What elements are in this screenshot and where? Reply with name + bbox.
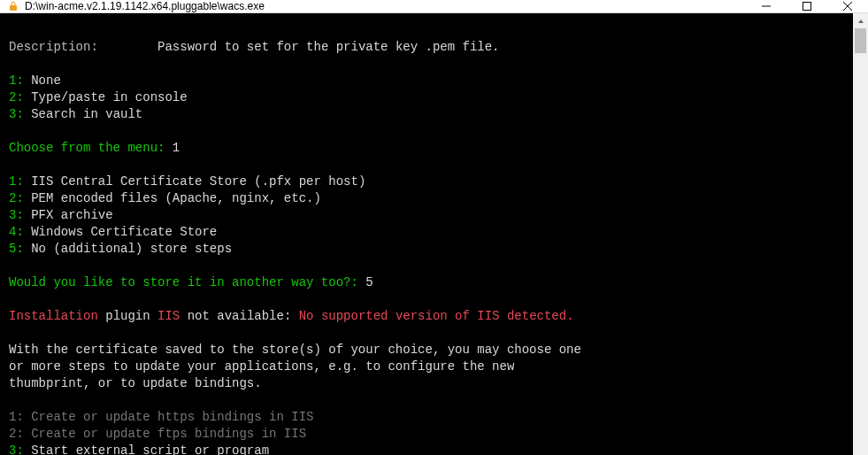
prompt-store-another: Would you like to store it in another wa… bbox=[9, 275, 358, 289]
info-paragraph-l1: With the certificate saved to the store(… bbox=[9, 343, 581, 357]
description-text: Password to set for the private key .pem… bbox=[157, 40, 499, 54]
menu1-item-1: None bbox=[31, 73, 61, 88]
prompt-choose-menu: Choose from the menu: bbox=[9, 141, 165, 155]
menu3-item-3: Start external script or program bbox=[31, 443, 269, 455]
menu3-item-2: Create or update ftps bindings in IIS bbox=[31, 427, 306, 441]
menu2-item-1: IIS Central Certificate Store (.pfx per … bbox=[31, 174, 365, 189]
error-message: No supported version of IIS detected. bbox=[299, 309, 574, 323]
scroll-up-arrow[interactable] bbox=[853, 13, 868, 28]
menu2-item-2: PEM encoded files (Apache, nginx, etc.) bbox=[31, 191, 321, 205]
prompt-store-another-answer: 5 bbox=[365, 275, 373, 289]
scroll-thumb[interactable] bbox=[855, 28, 866, 53]
prompt-choose-menu-answer: 1 bbox=[173, 141, 180, 155]
lock-icon bbox=[7, 0, 19, 12]
window-title: D:\win-acme.v2.1.19.1142.x64.pluggable\w… bbox=[25, 0, 746, 12]
info-paragraph-l3: thumbprint, or to update bindings. bbox=[9, 376, 262, 390]
menu1-num-2: 2: bbox=[9, 90, 24, 104]
vertical-scrollbar[interactable] bbox=[853, 13, 868, 455]
menu2-num-1: 1: bbox=[9, 174, 24, 189]
menu2-item-4: Windows Certificate Store bbox=[31, 225, 217, 239]
window-controls bbox=[746, 0, 868, 12]
minimize-button[interactable] bbox=[746, 0, 787, 12]
menu3-num-3: 3: bbox=[9, 443, 24, 455]
terminal-output[interactable]: Description: Password to set for the pri… bbox=[0, 13, 853, 455]
error-plugin-word: plugin bbox=[98, 309, 157, 323]
menu3-num-1: 1: bbox=[9, 410, 24, 424]
menu1-num-1: 1: bbox=[9, 73, 24, 88]
svg-rect-0 bbox=[803, 3, 811, 11]
menu2-num-3: 3: bbox=[9, 208, 24, 222]
description-label: Description: bbox=[9, 40, 98, 54]
info-paragraph-l2: or more steps to update your application… bbox=[9, 359, 514, 374]
menu1-item-2: Type/paste in console bbox=[31, 90, 187, 104]
error-notavail-word: not available: bbox=[180, 309, 298, 323]
error-iis-word: IIS bbox=[157, 309, 180, 323]
menu2-item-3: PFX archive bbox=[31, 208, 112, 222]
menu2-num-5: 5: bbox=[9, 242, 24, 256]
terminal-container: Description: Password to set for the pri… bbox=[0, 13, 868, 455]
menu3-item-1: Create or update https bindings in IIS bbox=[31, 410, 313, 424]
menu3-num-2: 2: bbox=[9, 427, 24, 441]
close-button[interactable] bbox=[827, 0, 868, 12]
menu2-item-5: No (additional) store steps bbox=[31, 242, 232, 256]
maximize-button[interactable] bbox=[787, 0, 827, 12]
menu2-num-2: 2: bbox=[9, 191, 24, 205]
menu1-num-3: 3: bbox=[9, 107, 24, 121]
menu2-num-4: 4: bbox=[9, 225, 24, 239]
menu1-item-3: Search in vault bbox=[31, 107, 142, 121]
error-install-word: Installation bbox=[9, 309, 98, 323]
window-titlebar: D:\win-acme.v2.1.19.1142.x64.pluggable\w… bbox=[0, 0, 868, 13]
